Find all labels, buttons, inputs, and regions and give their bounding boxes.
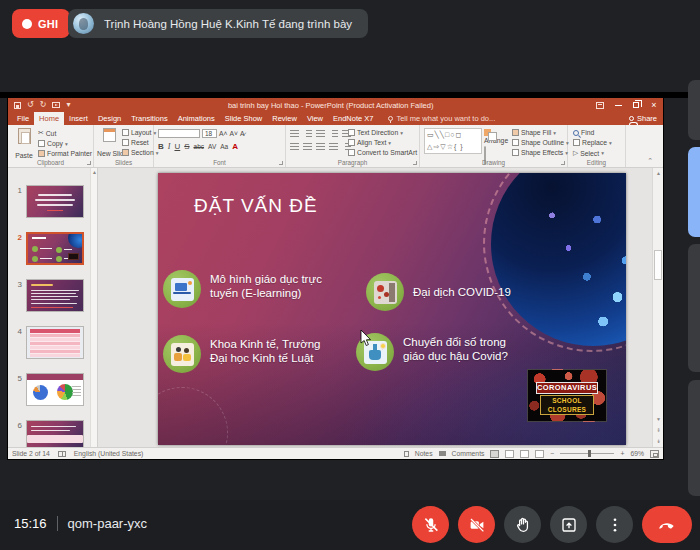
slide-thumbnail-4[interactable]: 4 (14, 326, 84, 359)
clear-formatting-icon[interactable]: A̷ (240, 130, 245, 137)
notes-button[interactable]: Notes (415, 450, 433, 457)
shape-outline-button[interactable]: Shape Outline▾ (512, 139, 569, 146)
zoom-slider[interactable] (560, 453, 614, 454)
start-slideshow-icon[interactable] (52, 102, 60, 108)
thumbnail-scrollbar[interactable]: ▲ (90, 168, 97, 447)
zoom-in-button[interactable]: + (620, 450, 624, 457)
new-slide-button[interactable]: New Slide (97, 128, 121, 160)
minimize-button[interactable] (609, 98, 627, 112)
present-screen-button[interactable] (550, 506, 587, 543)
section-button[interactable]: Section▾ (122, 149, 158, 156)
smartart-button[interactable]: Convert to SmartArt (348, 149, 417, 156)
increase-indent-icon[interactable] (329, 129, 338, 137)
change-case-button[interactable]: Aa (220, 143, 228, 150)
font-color-button[interactable]: A (232, 142, 238, 151)
arrange-button[interactable]: Arrange (484, 129, 508, 147)
italic-button[interactable]: I (168, 142, 171, 151)
shapes-gallery[interactable]: ▭╲╲□○◻△⇨▽☆{ } (424, 128, 482, 154)
fit-to-window-icon[interactable] (650, 450, 659, 458)
tab-file[interactable]: File (12, 112, 34, 125)
zoom-out-button[interactable]: − (550, 450, 554, 457)
canvas-scrollbar[interactable]: ▲ ▼ ⇞ ⇟ (652, 168, 663, 447)
tab-insert[interactable]: Insert (64, 112, 93, 125)
font-name-combobox[interactable] (158, 129, 200, 138)
underline-button[interactable]: U (174, 142, 180, 151)
replace-button[interactable]: Replace▾ (573, 139, 612, 146)
align-right-icon[interactable] (316, 142, 325, 150)
shape-effects-button[interactable]: Shape Effects▾ (512, 149, 569, 156)
scroll-up-icon[interactable]: ▲ (653, 168, 663, 179)
zoom-level[interactable]: 69% (630, 450, 644, 457)
paste-button[interactable]: Paste (13, 128, 35, 162)
previous-slide-icon[interactable]: ⇞ (653, 425, 663, 436)
find-button[interactable]: Find (573, 129, 612, 136)
tab-home[interactable]: Home (34, 112, 64, 125)
shadow-button[interactable]: S (184, 142, 189, 151)
slide-thumbnail-1[interactable]: 1 (14, 185, 84, 218)
copy-button[interactable]: Copy▾ (38, 140, 92, 147)
tab-design[interactable]: Design (93, 112, 126, 125)
right-edge-tile[interactable] (688, 80, 700, 140)
numbering-icon[interactable] (303, 129, 312, 137)
font-dialog-launcher[interactable] (279, 161, 283, 165)
select-button[interactable]: ▷Select▾ (573, 149, 612, 157)
raise-hand-button[interactable] (504, 506, 541, 543)
text-direction-button[interactable]: Text Direction▾ (348, 129, 417, 136)
tell-me-box[interactable]: Tell me what you want to do... (388, 114, 495, 123)
drawing-dialog-launcher[interactable] (561, 161, 565, 165)
decrease-indent-icon[interactable] (316, 129, 325, 137)
spellcheck-icon[interactable] (58, 451, 66, 457)
tab-animations[interactable]: Animations (173, 112, 220, 125)
next-slide-icon[interactable]: ⇟ (653, 436, 663, 447)
restore-button[interactable] (627, 98, 645, 112)
comments-button[interactable]: Comments (452, 450, 485, 457)
ribbon-display-options-button[interactable] (591, 98, 609, 112)
strikethrough-button[interactable]: abc (194, 143, 204, 150)
slide-sorter-view-button[interactable] (505, 450, 514, 458)
align-left-icon[interactable] (290, 142, 299, 150)
more-options-button[interactable] (596, 506, 633, 543)
grow-font-icon[interactable]: A˄ (219, 130, 228, 137)
right-edge-tile[interactable] (688, 244, 700, 372)
align-center-icon[interactable] (303, 142, 312, 150)
bullets-icon[interactable] (290, 129, 299, 137)
slide-thumbnail-5[interactable]: 5 (14, 373, 84, 406)
cut-button[interactable]: ✂Cut (38, 129, 92, 137)
reset-button[interactable]: Reset (122, 139, 158, 146)
scrollbar-thumb[interactable] (654, 250, 662, 280)
right-edge-tile[interactable] (688, 380, 700, 496)
bold-button[interactable]: B (158, 142, 164, 151)
reading-view-button[interactable] (520, 450, 529, 458)
shape-fill-button[interactable]: Shape Fill▾ (512, 129, 569, 136)
scroll-down-icon[interactable]: ▼ (653, 414, 663, 425)
microphone-off-button[interactable] (412, 506, 449, 543)
camera-off-button[interactable] (458, 506, 495, 543)
undo-icon[interactable]: ↺ (27, 101, 34, 109)
tab-endnote[interactable]: EndNote X7 (328, 112, 378, 125)
format-painter-button[interactable]: Format Painter (38, 150, 92, 157)
collapse-ribbon-icon[interactable]: ⌃ (647, 157, 653, 165)
clipboard-dialog-launcher[interactable] (87, 161, 91, 165)
tab-slideshow[interactable]: Slide Show (220, 112, 268, 125)
normal-view-button[interactable] (490, 450, 499, 458)
font-size-combobox[interactable]: 18 (202, 129, 217, 138)
layout-button[interactable]: Layout▾ (122, 129, 158, 136)
character-spacing-button[interactable]: AV (208, 143, 216, 150)
align-text-button[interactable]: Align Text▾ (348, 139, 417, 146)
slide-thumbnail-3[interactable]: 3 (14, 279, 84, 312)
save-icon[interactable] (14, 102, 21, 109)
share-button[interactable]: Share (629, 114, 657, 123)
slideshow-view-button[interactable] (535, 450, 544, 458)
redo-icon[interactable]: ↻ (40, 101, 47, 109)
paragraph-dialog-launcher[interactable] (413, 161, 417, 165)
slide-thumbnail-6[interactable]: 6 (14, 420, 84, 447)
current-slide[interactable]: ĐẶT VẤN ĐỀ Mô hình giáo dục trực tuyến (… (158, 173, 626, 445)
slide-thumbnail-2-selected[interactable]: 2 (14, 232, 84, 265)
tab-transitions[interactable]: Transitions (126, 112, 172, 125)
close-button[interactable]: × (645, 98, 663, 112)
tab-view[interactable]: View (302, 112, 328, 125)
right-edge-tile-active[interactable] (688, 147, 700, 237)
end-call-button[interactable] (642, 506, 692, 543)
language-status[interactable]: English (United States) (74, 450, 144, 457)
tab-review[interactable]: Review (267, 112, 302, 125)
